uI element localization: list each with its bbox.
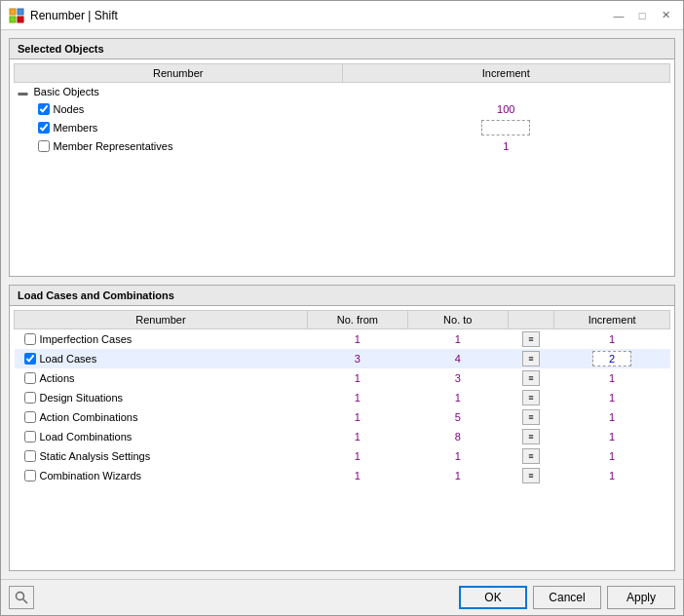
selected-objects-header: Selected Objects: [10, 39, 674, 59]
basic-objects-cell: ▬ Basic Objects: [19, 85, 339, 98]
action-combinations-checkbox[interactable]: [24, 411, 36, 423]
design-situations-label: Design Situations: [40, 392, 124, 404]
static-analysis-settings-details-button[interactable]: ≡: [522, 448, 540, 464]
empty-area: [14, 155, 670, 272]
actions-no-from: 1: [307, 368, 407, 388]
load-cases-details-button[interactable]: ≡: [522, 351, 540, 366]
member-reps-label: Member Representatives: [54, 140, 173, 152]
table-row: Combination Wizards11≡1: [15, 466, 670, 485]
load-cases-no-from: 3: [307, 349, 407, 368]
title-bar-left: Renumber | Shift: [9, 8, 118, 23]
table-row: Members 100: [15, 118, 670, 137]
member-reps-checkbox[interactable]: [38, 140, 50, 152]
actions-details-button[interactable]: ≡: [522, 370, 540, 386]
action-combinations-cell: Action Combinations: [19, 410, 304, 424]
title-controls: — □ ✕: [609, 6, 675, 25]
table-row: Design Situations11≡1: [15, 388, 670, 407]
svg-rect-3: [18, 17, 23, 22]
combination-wizards-details-button[interactable]: ≡: [522, 468, 540, 483]
imperfection-cases-cell: Imperfection Cases: [19, 332, 304, 346]
load-cases-label: Load Cases: [40, 353, 97, 365]
nodes-checkbox[interactable]: [38, 103, 50, 115]
bottom-right: OK Cancel Apply: [459, 586, 675, 609]
lc-col-renumber: Renumber: [15, 311, 308, 329]
imperfection-cases-increment: 1: [554, 329, 670, 350]
static-analysis-settings-cell: Static Analysis Settings: [19, 449, 304, 463]
table-row: Member Representatives 1: [15, 137, 670, 155]
static-analysis-settings-no-from: 1: [307, 446, 407, 466]
minimize-button[interactable]: —: [609, 6, 628, 25]
close-button[interactable]: ✕: [656, 6, 675, 25]
svg-rect-2: [10, 17, 16, 22]
design-situations-cell: Design Situations: [19, 391, 304, 404]
bottom-bar: OK Cancel Apply: [1, 579, 683, 615]
members-increment-input[interactable]: 100: [481, 120, 530, 135]
imperfection-cases-details-button[interactable]: ≡: [522, 331, 540, 347]
combination-wizards-label: Combination Wizards: [40, 470, 142, 481]
static-analysis-settings-checkbox[interactable]: [24, 450, 36, 462]
table-row: Imperfection Cases11≡1: [15, 329, 670, 350]
imperfection-cases-no-to: 1: [407, 329, 508, 350]
combination-wizards-no-to: 1: [407, 466, 508, 485]
apply-button[interactable]: Apply: [607, 586, 675, 609]
svg-line-5: [23, 599, 28, 604]
member-reps-cell: Member Representatives: [19, 139, 339, 153]
nodes-cell: Nodes: [19, 102, 339, 116]
cancel-button[interactable]: Cancel: [533, 586, 601, 609]
imperfection-cases-no-from: 1: [307, 329, 407, 350]
svg-point-4: [17, 593, 24, 600]
actions-label: Actions: [40, 372, 75, 384]
load-combinations-label: Load Combinations: [40, 431, 133, 443]
title-bar: Renumber | Shift — □ ✕: [1, 1, 683, 30]
members-cell: Members: [19, 121, 339, 135]
table-row: Nodes 100: [15, 100, 670, 118]
svg-rect-0: [10, 9, 16, 15]
basic-objects-row: ▬ Basic Objects: [15, 83, 670, 101]
svg-rect-1: [18, 9, 23, 15]
load-combinations-checkbox[interactable]: [24, 431, 36, 443]
actions-checkbox[interactable]: [24, 372, 36, 384]
action-combinations-details-button[interactable]: ≡: [522, 409, 540, 425]
static-analysis-settings-increment: 1: [554, 446, 670, 466]
window-title: Renumber | Shift: [30, 9, 118, 22]
load-cases-header: Load Cases and Combinations: [10, 286, 674, 306]
action-combinations-label: Action Combinations: [40, 411, 138, 423]
selected-objects-table: Renumber Increment ▬ Basic Objects: [14, 63, 670, 155]
lc-col-no-from: No. from: [307, 311, 407, 329]
search-button[interactable]: [9, 586, 34, 609]
selected-objects-body: Renumber Increment ▬ Basic Objects: [10, 59, 674, 276]
expand-icon[interactable]: ▬: [19, 87, 28, 97]
actions-cell: Actions: [19, 371, 304, 385]
members-checkbox[interactable]: [38, 122, 50, 134]
selected-objects-section: Selected Objects Renumber Increment: [9, 38, 675, 277]
load-cases-checkbox[interactable]: [24, 353, 36, 365]
table-row: Load Cases34≡: [15, 349, 670, 368]
static-analysis-settings-no-to: 1: [407, 446, 508, 466]
lc-col-icon: [508, 311, 554, 329]
bottom-left: [9, 586, 34, 609]
nodes-label: Nodes: [54, 103, 85, 115]
maximize-button[interactable]: □: [632, 6, 652, 25]
load-cases-body: Renumber No. from No. to Increment Imper…: [10, 306, 674, 489]
design-situations-details-button[interactable]: ≡: [522, 390, 540, 405]
design-situations-checkbox[interactable]: [24, 392, 36, 404]
table-row: Actions13≡1: [15, 368, 670, 388]
action-combinations-no-to: 5: [407, 407, 508, 427]
load-cases-section: Load Cases and Combinations Renumber No.…: [9, 285, 675, 571]
ok-button[interactable]: OK: [459, 586, 527, 609]
nodes-increment: 100: [342, 100, 670, 118]
static-analysis-settings-label: Static Analysis Settings: [40, 450, 151, 462]
design-situations-no-to: 1: [407, 388, 508, 407]
load-combinations-no-to: 8: [407, 427, 508, 446]
lc-col-increment: Increment: [554, 311, 670, 329]
load-combinations-details-button[interactable]: ≡: [522, 429, 540, 444]
load-cases-cell: Load Cases: [19, 352, 304, 366]
imperfection-cases-label: Imperfection Cases: [40, 333, 133, 345]
col-renumber-header: Renumber: [15, 64, 343, 83]
load-cases-increment-input[interactable]: [592, 351, 631, 366]
actions-no-to: 3: [407, 368, 508, 388]
search-icon: [15, 591, 28, 604]
action-combinations-no-from: 1: [307, 407, 407, 427]
imperfection-cases-checkbox[interactable]: [24, 333, 36, 345]
combination-wizards-checkbox[interactable]: [24, 470, 36, 481]
